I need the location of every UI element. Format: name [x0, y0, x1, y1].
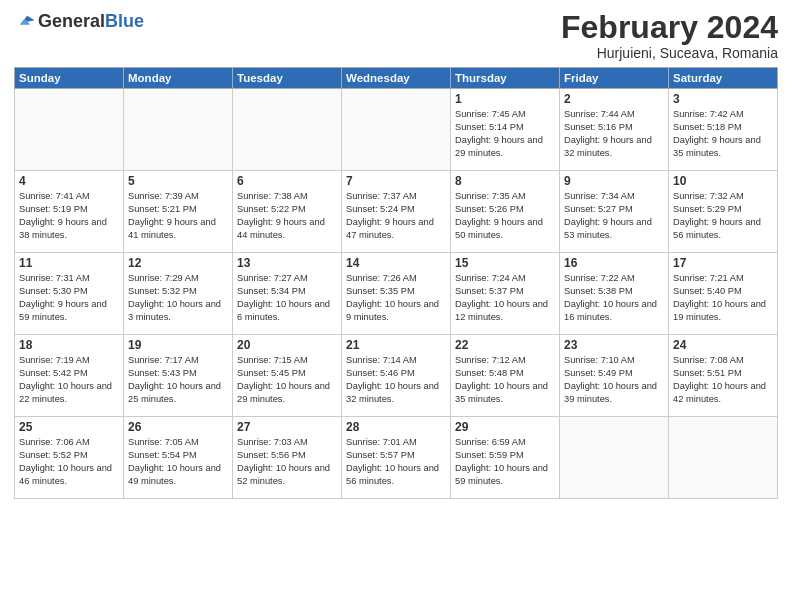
logo-text: GeneralBlue — [38, 11, 144, 32]
title-block: February 2024 Hurjuieni, Suceava, Romani… — [561, 10, 778, 61]
daylight-text: Daylight: 9 hours and 53 minutes. — [564, 217, 652, 240]
sunrise-text: Sunrise: 7:31 AM — [19, 273, 90, 283]
day-info: Sunrise: 7:42 AMSunset: 5:18 PMDaylight:… — [673, 108, 773, 160]
day-number: 3 — [673, 92, 773, 106]
header-wednesday: Wednesday — [342, 68, 451, 89]
sunset-text: Sunset: 5:30 PM — [19, 286, 88, 296]
sunrise-text: Sunrise: 7:08 AM — [673, 355, 744, 365]
sunset-text: Sunset: 5:54 PM — [128, 450, 197, 460]
day-info: Sunrise: 7:24 AMSunset: 5:37 PMDaylight:… — [455, 272, 555, 324]
calendar-cell: 12Sunrise: 7:29 AMSunset: 5:32 PMDayligh… — [124, 253, 233, 335]
sunrise-text: Sunrise: 7:44 AM — [564, 109, 635, 119]
calendar-cell — [124, 89, 233, 171]
sunset-text: Sunset: 5:16 PM — [564, 122, 633, 132]
sunset-text: Sunset: 5:59 PM — [455, 450, 524, 460]
header-thursday: Thursday — [451, 68, 560, 89]
daylight-text: Daylight: 9 hours and 56 minutes. — [673, 217, 761, 240]
header-monday: Monday — [124, 68, 233, 89]
day-info: Sunrise: 7:12 AMSunset: 5:48 PMDaylight:… — [455, 354, 555, 406]
day-number: 18 — [19, 338, 119, 352]
calendar-cell: 14Sunrise: 7:26 AMSunset: 5:35 PMDayligh… — [342, 253, 451, 335]
sunrise-text: Sunrise: 7:17 AM — [128, 355, 199, 365]
daylight-text: Daylight: 10 hours and 49 minutes. — [128, 463, 221, 486]
daylight-text: Daylight: 10 hours and 39 minutes. — [564, 381, 657, 404]
calendar-cell: 4Sunrise: 7:41 AMSunset: 5:19 PMDaylight… — [15, 171, 124, 253]
day-number: 8 — [455, 174, 555, 188]
calendar-cell — [233, 89, 342, 171]
calendar-cell: 1Sunrise: 7:45 AMSunset: 5:14 PMDaylight… — [451, 89, 560, 171]
sunset-text: Sunset: 5:43 PM — [128, 368, 197, 378]
day-number: 29 — [455, 420, 555, 434]
day-number: 21 — [346, 338, 446, 352]
calendar-table: Sunday Monday Tuesday Wednesday Thursday… — [14, 67, 778, 499]
header: GeneralBlue February 2024 Hurjuieni, Suc… — [14, 10, 778, 61]
sunrise-text: Sunrise: 7:42 AM — [673, 109, 744, 119]
daylight-text: Daylight: 10 hours and 3 minutes. — [128, 299, 221, 322]
daylight-text: Daylight: 10 hours and 25 minutes. — [128, 381, 221, 404]
sunset-text: Sunset: 5:45 PM — [237, 368, 306, 378]
calendar-cell: 5Sunrise: 7:39 AMSunset: 5:21 PMDaylight… — [124, 171, 233, 253]
sunset-text: Sunset: 5:22 PM — [237, 204, 306, 214]
calendar-cell: 11Sunrise: 7:31 AMSunset: 5:30 PMDayligh… — [15, 253, 124, 335]
sunrise-text: Sunrise: 7:41 AM — [19, 191, 90, 201]
sunset-text: Sunset: 5:14 PM — [455, 122, 524, 132]
sunset-text: Sunset: 5:26 PM — [455, 204, 524, 214]
sunrise-text: Sunrise: 7:10 AM — [564, 355, 635, 365]
calendar-cell: 19Sunrise: 7:17 AMSunset: 5:43 PMDayligh… — [124, 335, 233, 417]
sunset-text: Sunset: 5:52 PM — [19, 450, 88, 460]
sunset-text: Sunset: 5:40 PM — [673, 286, 742, 296]
daylight-text: Daylight: 9 hours and 59 minutes. — [19, 299, 107, 322]
calendar-cell: 17Sunrise: 7:21 AMSunset: 5:40 PMDayligh… — [669, 253, 778, 335]
calendar-week-1: 4Sunrise: 7:41 AMSunset: 5:19 PMDaylight… — [15, 171, 778, 253]
day-number: 2 — [564, 92, 664, 106]
weekday-header-row: Sunday Monday Tuesday Wednesday Thursday… — [15, 68, 778, 89]
calendar-week-3: 18Sunrise: 7:19 AMSunset: 5:42 PMDayligh… — [15, 335, 778, 417]
header-saturday: Saturday — [669, 68, 778, 89]
daylight-text: Daylight: 9 hours and 41 minutes. — [128, 217, 216, 240]
header-tuesday: Tuesday — [233, 68, 342, 89]
daylight-text: Daylight: 9 hours and 50 minutes. — [455, 217, 543, 240]
day-number: 5 — [128, 174, 228, 188]
header-sunday: Sunday — [15, 68, 124, 89]
day-number: 20 — [237, 338, 337, 352]
calendar-cell: 6Sunrise: 7:38 AMSunset: 5:22 PMDaylight… — [233, 171, 342, 253]
day-info: Sunrise: 7:06 AMSunset: 5:52 PMDaylight:… — [19, 436, 119, 488]
day-number: 23 — [564, 338, 664, 352]
calendar-cell: 8Sunrise: 7:35 AMSunset: 5:26 PMDaylight… — [451, 171, 560, 253]
logo-icon — [14, 10, 36, 32]
sunrise-text: Sunrise: 7:14 AM — [346, 355, 417, 365]
sunset-text: Sunset: 5:24 PM — [346, 204, 415, 214]
calendar-cell: 26Sunrise: 7:05 AMSunset: 5:54 PMDayligh… — [124, 417, 233, 499]
daylight-text: Daylight: 9 hours and 44 minutes. — [237, 217, 325, 240]
daylight-text: Daylight: 9 hours and 38 minutes. — [19, 217, 107, 240]
day-info: Sunrise: 7:45 AMSunset: 5:14 PMDaylight:… — [455, 108, 555, 160]
daylight-text: Daylight: 10 hours and 16 minutes. — [564, 299, 657, 322]
daylight-text: Daylight: 10 hours and 46 minutes. — [19, 463, 112, 486]
calendar-cell: 2Sunrise: 7:44 AMSunset: 5:16 PMDaylight… — [560, 89, 669, 171]
sunrise-text: Sunrise: 7:34 AM — [564, 191, 635, 201]
sunset-text: Sunset: 5:35 PM — [346, 286, 415, 296]
sunrise-text: Sunrise: 7:38 AM — [237, 191, 308, 201]
sunrise-text: Sunrise: 7:05 AM — [128, 437, 199, 447]
day-number: 17 — [673, 256, 773, 270]
daylight-text: Daylight: 10 hours and 19 minutes. — [673, 299, 766, 322]
day-number: 26 — [128, 420, 228, 434]
day-number: 14 — [346, 256, 446, 270]
calendar-cell: 22Sunrise: 7:12 AMSunset: 5:48 PMDayligh… — [451, 335, 560, 417]
day-info: Sunrise: 7:35 AMSunset: 5:26 PMDaylight:… — [455, 190, 555, 242]
day-number: 6 — [237, 174, 337, 188]
day-number: 10 — [673, 174, 773, 188]
calendar-cell: 23Sunrise: 7:10 AMSunset: 5:49 PMDayligh… — [560, 335, 669, 417]
daylight-text: Daylight: 10 hours and 29 minutes. — [237, 381, 330, 404]
location-subtitle: Hurjuieni, Suceava, Romania — [561, 45, 778, 61]
sunset-text: Sunset: 5:27 PM — [564, 204, 633, 214]
day-info: Sunrise: 7:26 AMSunset: 5:35 PMDaylight:… — [346, 272, 446, 324]
sunrise-text: Sunrise: 7:22 AM — [564, 273, 635, 283]
day-info: Sunrise: 7:34 AMSunset: 5:27 PMDaylight:… — [564, 190, 664, 242]
sunrise-text: Sunrise: 7:35 AM — [455, 191, 526, 201]
calendar-cell: 20Sunrise: 7:15 AMSunset: 5:45 PMDayligh… — [233, 335, 342, 417]
sunset-text: Sunset: 5:32 PM — [128, 286, 197, 296]
day-info: Sunrise: 7:31 AMSunset: 5:30 PMDaylight:… — [19, 272, 119, 324]
day-info: Sunrise: 7:19 AMSunset: 5:42 PMDaylight:… — [19, 354, 119, 406]
day-info: Sunrise: 7:17 AMSunset: 5:43 PMDaylight:… — [128, 354, 228, 406]
